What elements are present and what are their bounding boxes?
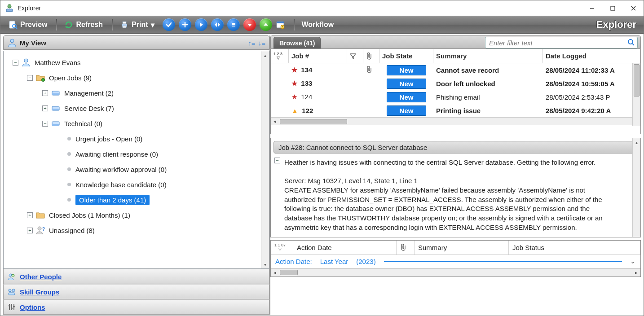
scroll-down-icon[interactable]: ▾ [261,260,269,268]
svg-point-42 [12,289,15,292]
calendar-button[interactable] [274,20,289,29]
scroll-thumb[interactable] [280,270,298,275]
scroll-left-icon[interactable]: ◂ [271,118,279,124]
col-job[interactable]: Job # [289,49,347,63]
paperclip-icon [366,67,372,75]
col-summary[interactable]: Summary [415,241,509,255]
browse-tab[interactable]: Browse (41) [273,37,321,48]
other-people-bar[interactable]: Other People [3,269,269,284]
svg-rect-32 [52,93,59,95]
tree-technical[interactable]: − Technical (0) [42,116,269,131]
svg-rect-12 [123,26,126,28]
table-row[interactable]: ★ 134NewCannot save record28/05/2024 11:… [271,63,640,77]
col-attach-icon[interactable] [397,241,415,255]
tree-label: Matthew Evans [35,59,81,66]
swap-circle-button[interactable] [211,18,224,31]
cell-job: ▲ 122 [289,107,347,114]
up-circle-button[interactable] [260,18,272,31]
workflow-button[interactable]: Workflow [297,20,339,30]
group-label: Action Date: [275,258,312,265]
folder-icon [35,210,45,220]
svg-point-40 [12,274,14,277]
scroll-thumb[interactable] [634,64,640,97]
scroll-up-icon[interactable]: ▴ [633,138,640,146]
preview-icon [9,20,18,29]
person-icon [7,38,17,48]
minimize-button[interactable] [582,1,602,15]
tree-unassigned[interactable]: + ? Unassigned (8) [27,223,269,238]
tree-awaiting-client[interactable]: Awaiting client response (0) [67,146,269,162]
col-sort[interactable]: 1 1 07▽ [271,241,293,255]
col-sort[interactable]: 1 2 3▽ [271,49,289,63]
tree-label: Urgent jobs - Open (0) [75,135,142,143]
col-status[interactable]: Job Status [509,241,640,255]
tree-management[interactable]: + Management (2) [42,85,269,101]
col-state[interactable]: Job State [379,49,433,63]
tree-kb-candidate[interactable]: Knowledge base candidate (0) [67,177,269,192]
tree-older-than-2-days[interactable]: Older than 2 days (41) [67,192,269,207]
sort-desc-icon[interactable]: ↓≡ [258,39,265,47]
expand-icon[interactable]: + [27,228,33,233]
expand-icon[interactable]: + [42,105,48,111]
cell-date: 28/05/2024 9:42:20 A [543,107,640,114]
scroll-thumb[interactable] [280,119,347,124]
collapse-icon[interactable]: − [42,121,48,127]
expand-icon[interactable]: + [42,90,48,96]
tree-closed-jobs[interactable]: + Closed Jobs (1 Months) (1) [27,207,269,223]
maximize-button[interactable] [602,1,623,15]
actions-grid: 1 1 07▽ Action Date Summary Job Status A… [270,240,641,277]
detail-panel: Job #28: Cannot connect to SQL Server da… [270,138,641,237]
menu-circle-button[interactable] [227,18,240,31]
svg-marker-15 [200,22,203,27]
svg-point-37 [38,227,41,230]
svg-rect-43 [9,293,15,295]
grid-vscroll[interactable] [632,63,640,126]
scroll-up-icon[interactable]: ▴ [261,51,269,59]
add-circle-button[interactable] [179,18,191,31]
forward-circle-button[interactable] [195,18,207,31]
preview-button[interactable]: Preview [4,19,52,30]
svg-point-41 [9,289,11,292]
tree-service-desk[interactable]: + Service Desk (7) [42,101,269,116]
accordion-stack: Other People Skill Groups Options [3,269,269,315]
col-filter-icon[interactable] [347,49,363,63]
tree-awaiting-workflow[interactable]: Awaiting workflow approval (0) [67,162,269,177]
options-bar[interactable]: Options [3,299,269,315]
actions-group-row[interactable]: Action Date: Last Year (2023) ⌄ [271,255,640,268]
collapse-icon[interactable]: − [274,158,280,163]
cell-date: 28/05/2024 10:59:05 A [543,80,640,88]
collapse-icon[interactable]: − [27,75,33,81]
expand-icon[interactable]: + [27,212,33,218]
print-button[interactable]: Print ▾ [115,19,159,30]
refresh-button[interactable]: Refresh [60,19,107,30]
tree-urgent[interactable]: Urgent jobs - Open (0) [67,131,269,146]
tree-scrollbar[interactable]: ▴ ▾ [261,51,269,268]
svg-rect-36 [52,124,59,126]
collapse-icon[interactable]: − [13,60,18,66]
col-attach-icon[interactable] [363,49,379,63]
separator [112,19,113,31]
grid-hscroll[interactable]: ◂▸ [271,117,640,125]
down-circle-button[interactable] [243,18,256,31]
scroll-right-icon[interactable]: ▸ [632,270,640,276]
detail-vscroll[interactable]: ▴ [632,138,640,237]
table-row[interactable]: ▲ 122NewPrinting issue28/05/2024 9:42:20… [271,104,640,117]
myview-header[interactable]: My View ↑≡ ↓≡ [3,35,269,50]
scroll-left-icon[interactable]: ◂ [271,270,279,276]
table-row[interactable]: ★ 133NewDoor left unlocked28/05/2024 10:… [271,77,640,90]
search-icon[interactable] [627,39,635,47]
close-button[interactable] [623,1,644,15]
table-row[interactable]: ★ 124NewPhishing email28/05/2024 2:53:43… [271,90,640,104]
skill-groups-bar[interactable]: Skill Groups [3,284,269,299]
sort-asc-icon[interactable]: ↑≡ [248,39,255,47]
col-date[interactable]: Date Logged [543,49,640,63]
chevron-down-icon[interactable]: ⌄ [630,257,636,265]
confirm-circle-button[interactable] [163,18,175,31]
col-action-date[interactable]: Action Date [293,241,397,255]
col-summary[interactable]: Summary [433,49,543,63]
cell-state: New [379,65,433,75]
actions-hscroll[interactable]: ◂▸ [271,268,640,276]
tree-user[interactable]: − Matthew Evans [13,55,269,70]
filter-input[interactable] [488,39,627,47]
tree-open-jobs[interactable]: − Open Jobs (9) [27,70,269,85]
